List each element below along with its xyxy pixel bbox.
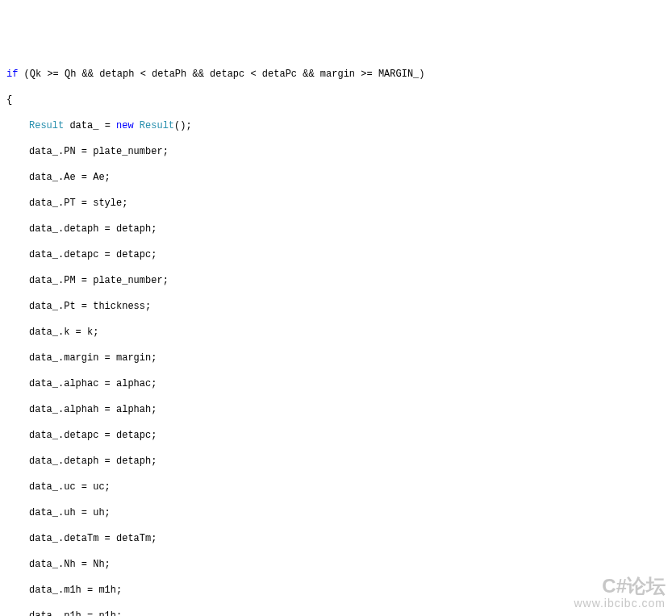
code-line: if (Qk >= Qh && detaph < detaPh && detap…: [6, 68, 666, 81]
watermark-title: C#论坛: [574, 576, 666, 597]
code-line: data_.m1h = m1h;: [6, 584, 666, 597]
code-line: data_.detapc = detapc;: [6, 248, 666, 261]
code-line: data_.PN = plate_number;: [6, 145, 666, 158]
code-line: data_.PM = plate_number;: [6, 274, 666, 287]
code-line: data_.uh = uh;: [6, 506, 666, 519]
code-block: if (Qk >= Qh && detaph < detaPh && detap…: [6, 55, 666, 616]
code-line: data_.Pt = thickness;: [6, 300, 666, 313]
code-line: data_.k = k;: [6, 326, 666, 339]
code-line: data_.uc = uc;: [6, 481, 666, 493]
code-line: data_.alphah = alphah;: [6, 403, 666, 416]
code-line: data_.detaTm = detaTm;: [6, 532, 666, 545]
code-line: {: [6, 94, 666, 106]
code-line: data_.detaph = detaph;: [6, 223, 666, 235]
code-line: data_.PT = style;: [6, 197, 666, 210]
watermark: C#论坛 www.ibcibc.com: [574, 576, 666, 610]
code-line: data_.Ae = Ae;: [6, 171, 666, 184]
watermark-url: www.ibcibc.com: [574, 597, 666, 610]
code-line: Result data_ = new Result();: [6, 119, 666, 132]
code-line: data_.detaph = detaph;: [6, 455, 666, 468]
code-line: data_.Nh = Nh;: [6, 558, 666, 571]
code-line: data_.n1h = n1h;: [6, 610, 666, 616]
code-line: data_.detapc = detapc;: [6, 429, 666, 442]
code-line: data_.margin = margin;: [6, 352, 666, 364]
code-line: data_.alphac = alphac;: [6, 377, 666, 390]
